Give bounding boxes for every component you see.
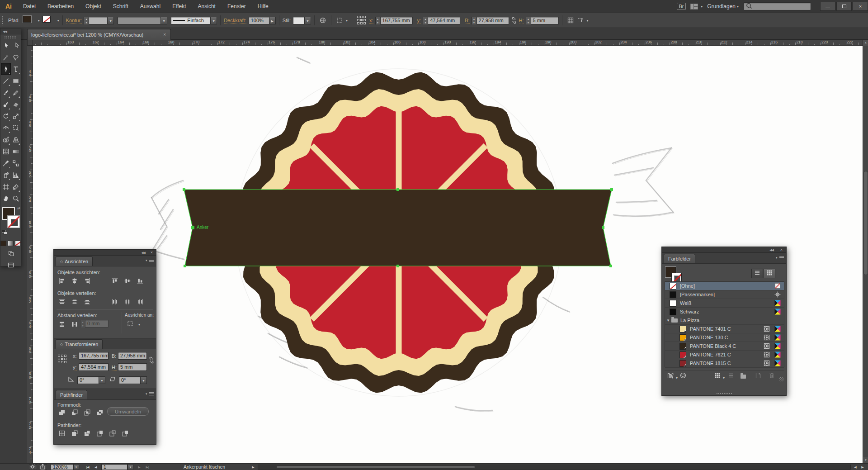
cmyk-icon[interactable] [774, 334, 781, 341]
bridge-button[interactable]: Br [677, 3, 686, 10]
type-tool[interactable] [11, 63, 21, 75]
new-color-group-icon[interactable] [741, 372, 749, 380]
chevron-down-icon[interactable]: ▾ [346, 19, 348, 23]
transform-y-label[interactable]: y: [73, 365, 77, 370]
lasso-tool[interactable] [11, 52, 21, 63]
dist-left-button[interactable] [109, 297, 120, 306]
artboard-number-field[interactable]: 1 [101, 464, 127, 470]
scroll-right-icon[interactable]: ▶ [859, 464, 866, 470]
vertical-ruler[interactable]: 44464850525456586062646668707274 [27, 46, 33, 463]
tools-grip[interactable] [4, 35, 17, 39]
disclosure-triangle-icon[interactable]: ▼ [665, 318, 671, 323]
none-indicator-icon[interactable] [774, 282, 781, 290]
export-icon[interactable] [39, 464, 47, 470]
width-field[interactable]: 27,958 mm [476, 17, 509, 24]
swatch-libraries-icon[interactable] [666, 372, 675, 380]
artboard-tool[interactable] [1, 181, 11, 193]
spot-icon[interactable] [763, 342, 770, 350]
anchor-point[interactable] [396, 265, 399, 267]
direct-selection-tool[interactable] [11, 40, 21, 52]
panel-menu-icon[interactable] [146, 391, 154, 397]
rotate-field[interactable]: 0° [77, 376, 99, 384]
cmyk-icon[interactable] [774, 360, 781, 367]
transform-x-label[interactable]: x: [73, 353, 77, 359]
transform-reference-grid[interactable] [58, 355, 67, 364]
menu-hilfe[interactable]: Hilfe [252, 0, 274, 13]
align-to-selection-icon[interactable] [125, 320, 136, 329]
stroke-weight-label[interactable]: Kontur: [66, 18, 82, 24]
swatch-row[interactable]: Schwarz [665, 308, 784, 316]
status-flyout-icon[interactable]: ▶ [250, 464, 257, 470]
swatch-row[interactable]: Weiß [665, 299, 784, 308]
width-tool[interactable] [1, 122, 11, 134]
dist-right-button[interactable] [135, 297, 146, 306]
selection-tool[interactable] [1, 40, 11, 52]
anchor-point[interactable] [183, 188, 185, 191]
workspace-dropdown[interactable]: Grundlagen ▾ [703, 3, 743, 9]
stroke-swatch-none[interactable] [7, 215, 20, 228]
align-to-pixel-grid-icon[interactable] [566, 16, 575, 24]
swatch-row[interactable]: [Ohne] [665, 282, 784, 290]
horizontal-scrollbar[interactable] [258, 465, 851, 470]
pantone-swatch-row[interactable]: PANTONE 1815 C [665, 359, 784, 368]
mesh-tool[interactable] [1, 146, 11, 157]
x-stepper[interactable]: ▲▼ [375, 17, 380, 24]
brush-definition-field[interactable] [118, 17, 161, 24]
zoom-tool[interactable] [11, 193, 21, 204]
minus-front-button[interactable] [69, 408, 80, 417]
tab-transform[interactable]: ◇ Transformieren [56, 339, 103, 349]
first-artboard-icon[interactable]: |◀ [84, 464, 91, 470]
anchor-point[interactable] [184, 265, 186, 267]
pantone-swatch-row[interactable]: PANTONE Black 4 C [665, 342, 784, 351]
chevron-down-icon[interactable]: ▾ [587, 19, 589, 23]
stroke-weight-field[interactable] [89, 17, 108, 24]
height-field[interactable]: 5 mm [531, 17, 559, 24]
anchor-point[interactable] [602, 226, 604, 229]
workspace-switcher-icon[interactable] [690, 4, 698, 9]
panel-close-icon[interactable]: × [151, 250, 153, 256]
transform-y-field[interactable]: 47,564 mm [79, 363, 108, 371]
dist-vspace-button[interactable] [57, 320, 67, 329]
x-label[interactable]: x: [369, 18, 373, 24]
select-similar-icon[interactable] [335, 16, 344, 24]
opacity-field[interactable]: 100% [249, 17, 269, 24]
rotate-dropdown[interactable]: ▼ [99, 376, 105, 384]
menu-datei[interactable]: Datei [17, 0, 42, 13]
x-field[interactable]: 167,755 mm [380, 17, 413, 24]
column-graph-tool[interactable] [11, 169, 21, 181]
dist-top-button[interactable] [57, 297, 67, 306]
gradient-mode-button[interactable] [8, 241, 14, 246]
blob-brush-tool[interactable] [1, 99, 11, 110]
screen-mode-button[interactable] [0, 261, 21, 271]
eraser-tool[interactable] [11, 99, 21, 110]
shear-field[interactable]: 0° [119, 376, 141, 384]
chevron-down-icon[interactable]: ▾ [57, 19, 59, 23]
divide-button[interactable] [57, 429, 67, 438]
controlbar-grip[interactable] [1, 15, 4, 25]
list-view-button[interactable] [751, 269, 763, 278]
menu-effekt[interactable]: Effekt [166, 0, 192, 13]
stroke-color-proxy[interactable] [42, 16, 54, 25]
style-dropdown[interactable]: ▼ [305, 17, 311, 24]
color-group-row[interactable]: ▼La Pizza [665, 316, 784, 325]
zoom-level-field[interactable]: 1200% [51, 464, 73, 470]
panel-menu-icon[interactable] [776, 255, 784, 261]
panel-bottom-grip[interactable] [716, 393, 732, 395]
tab-swatches[interactable]: Farbfelder [664, 254, 695, 263]
stroke-weight-dropdown[interactable]: ▼ [108, 17, 114, 24]
swatch-kinds-icon[interactable] [713, 372, 722, 380]
collapse-icons-icon[interactable]: ◀◀ [141, 250, 145, 256]
align-left-button[interactable] [57, 276, 67, 285]
stroke-weight-stepper[interactable]: ▲▼ [84, 17, 89, 24]
symbol-sprayer-tool[interactable] [1, 169, 11, 181]
y-stepper[interactable]: ▲▼ [423, 17, 428, 24]
vertical-scroll-thumb[interactable] [863, 171, 868, 275]
chevron-down-icon[interactable]: ▾ [38, 19, 40, 23]
close-button[interactable]: × [853, 2, 868, 11]
grid-view-button[interactable] [764, 269, 775, 278]
menu-objekt[interactable]: Objekt [80, 0, 107, 13]
align-vcenter-button[interactable] [122, 276, 133, 285]
spot-icon[interactable] [763, 351, 770, 358]
line-segment-tool[interactable] [1, 75, 11, 87]
color-mode-button[interactable] [0, 241, 6, 246]
